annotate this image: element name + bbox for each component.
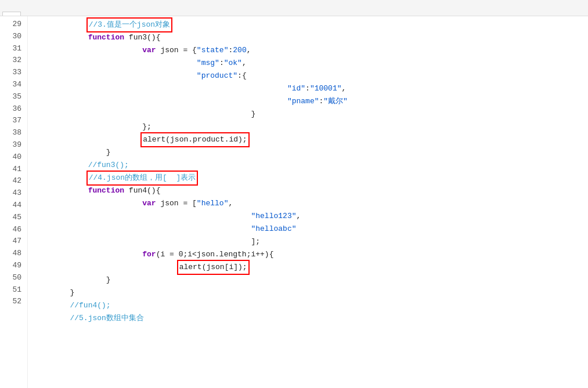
line-number: 47 — [5, 235, 21, 248]
line-number: 36 — [5, 103, 21, 115]
code-token: alert(json[i]); — [179, 263, 247, 271]
line-number: 29 — [5, 19, 21, 31]
code-line: } — [28, 287, 588, 299]
line-number: 46 — [5, 224, 21, 236]
code-token: function — [88, 185, 124, 197]
code-token: } — [251, 108, 255, 121]
code-area: 2930313233343536373839404142434445464748… — [0, 16, 588, 388]
code-token: "hello" — [197, 198, 229, 210]
line-number: 30 — [5, 31, 21, 43]
highlight-box: //3.值是一个json对象 — [88, 19, 171, 31]
line-number: 40 — [5, 151, 21, 164]
code-token: //5.json数组中集合 — [70, 313, 143, 325]
code-token: "hello123" — [251, 211, 296, 223]
code-token: }; — [142, 121, 151, 133]
code-line: "id":"10001", — [28, 82, 588, 95]
code-line: alert(json.product.id); — [28, 133, 588, 146]
code-line: "msg":"ok", — [28, 57, 588, 70]
code-token: "戴尔" — [323, 96, 348, 108]
code-token: : — [319, 96, 323, 108]
code-line: //5.json数组中集合 — [28, 312, 588, 325]
code-token: "helloabc" — [251, 223, 296, 235]
code-line: alert(json[i]); — [28, 261, 588, 274]
line-number: 34 — [5, 79, 21, 91]
line-number: 43 — [5, 187, 21, 200]
code-line: } — [28, 274, 588, 287]
code-token: //fun4(); — [70, 300, 110, 312]
code-line: for(i = 0;i<json.length;i++){ — [28, 248, 588, 261]
line-number: 49 — [5, 260, 21, 272]
line-number: 48 — [5, 248, 21, 260]
line-number: 42 — [5, 175, 21, 187]
code-line: //3.值是一个json对象 — [28, 19, 588, 31]
line-number: 51 — [5, 284, 21, 296]
code-line: function fun4(){ — [28, 184, 588, 197]
code-token: fun3(){ — [124, 32, 160, 44]
editor-container: 2930313233343536373839404142434445464748… — [0, 0, 588, 388]
code-token: "state" — [197, 45, 229, 57]
line-number: 31 — [5, 43, 21, 55]
code-line: var json = ["hello", — [28, 197, 588, 210]
code-line: //4.json的数组，用[ ]表示 — [28, 172, 588, 184]
code-token: : — [228, 45, 233, 57]
line-number: 38 — [5, 127, 21, 139]
line-number: 33 — [5, 67, 21, 79]
code-token: "id" — [287, 83, 305, 95]
code-token: , — [296, 211, 301, 223]
code-line: "hello123", — [28, 210, 588, 223]
code-token: "msg" — [197, 57, 219, 70]
line-number: 41 — [5, 164, 21, 176]
code-token: } — [106, 147, 111, 159]
code-token: :{ — [237, 70, 247, 82]
code-token: } — [70, 287, 74, 299]
code-token: , — [228, 198, 233, 210]
code-token: var — [142, 198, 156, 210]
code-line: ]; — [28, 235, 588, 248]
code-token: : — [305, 83, 310, 95]
code-token: json = { — [156, 45, 197, 57]
code-token: "product" — [197, 70, 237, 82]
code-line: function fun3(){ — [28, 31, 588, 44]
code-token: } — [106, 274, 111, 287]
line-number: 37 — [5, 115, 21, 127]
code-token: alert(json.product.id); — [143, 135, 247, 144]
line-number: 44 — [5, 200, 21, 212]
code-token: , — [242, 57, 247, 70]
line-number: 32 — [5, 55, 21, 67]
code-token: for — [142, 249, 156, 261]
code-line: "helloabc" — [28, 223, 588, 235]
editor-tab[interactable] — [2, 12, 21, 16]
line-number: 50 — [5, 272, 21, 284]
code-token: fun4(){ — [124, 185, 160, 197]
tab-bar — [0, 0, 588, 16]
highlight-box: alert(json[i]); — [179, 262, 248, 274]
code-line: //fun3(); — [28, 159, 588, 172]
code-token: , — [247, 45, 251, 57]
code-token: var — [142, 45, 156, 57]
line-number: 52 — [5, 296, 21, 308]
code-line: } — [28, 146, 588, 159]
code-line: }; — [28, 121, 588, 133]
code-token: //3.值是一个json对象 — [89, 20, 170, 29]
code-token: function — [88, 32, 124, 44]
code-token: "ok" — [224, 57, 242, 70]
code-line: "product":{ — [28, 70, 588, 82]
code-token: , — [342, 83, 347, 95]
code-token: //fun3(); — [88, 159, 129, 172]
line-numbers: 2930313233343536373839404142434445464748… — [0, 16, 28, 388]
highlight-box: //4.json的数组，用[ ]表示 — [88, 172, 197, 184]
code-token: ]; — [251, 236, 260, 248]
line-number: 45 — [5, 212, 21, 224]
line-number: 39 — [5, 139, 21, 151]
code-line: //fun4(); — [28, 299, 588, 312]
line-number: 35 — [5, 91, 21, 103]
code-token: json = [ — [156, 198, 197, 210]
code-content[interactable]: //3.值是一个json对象 function fun3(){ var json… — [28, 16, 588, 388]
highlight-box: alert(json.product.id); — [142, 134, 247, 146]
code-token: 200 — [233, 45, 246, 57]
code-token: : — [219, 57, 224, 70]
code-token: "10001" — [310, 83, 342, 95]
code-token: (i = 0;i<json.length;i++){ — [156, 249, 274, 261]
code-token: "pname" — [287, 96, 319, 108]
code-line: } — [28, 108, 588, 121]
